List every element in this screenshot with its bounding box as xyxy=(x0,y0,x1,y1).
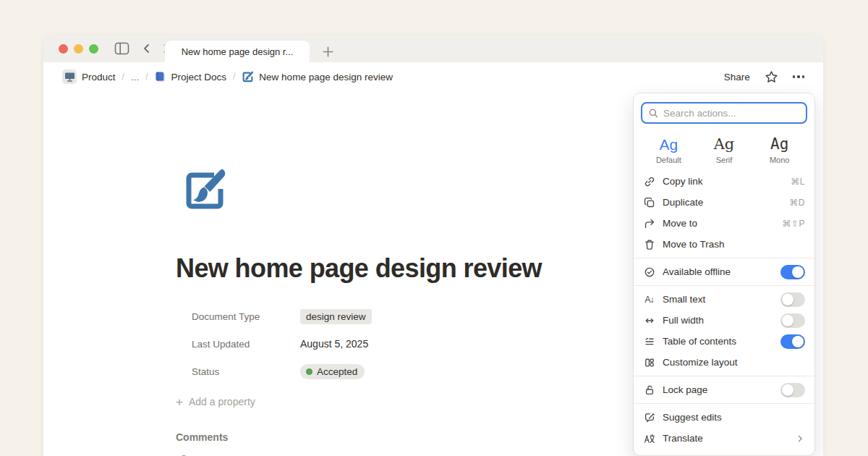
breadcrumb-separator: / xyxy=(233,72,235,82)
menu-item-duplicate[interactable]: Duplicate ⌘D xyxy=(634,192,814,213)
breadcrumb-item-current-page[interactable]: New home page design review xyxy=(242,71,393,83)
brush-square-icon xyxy=(242,71,254,83)
more-options-icon[interactable] xyxy=(793,75,804,77)
breadcrumb-label: New home page design review xyxy=(259,72,393,83)
font-option-default[interactable]: Ag Default xyxy=(641,135,697,164)
unlock-icon xyxy=(643,384,655,396)
menu-item-full-width[interactable]: Full width xyxy=(634,310,814,331)
menu-item-label: Lock page xyxy=(663,384,780,395)
menu-item-translate[interactable]: Translate xyxy=(634,428,814,449)
menu-item-label: Customize layout xyxy=(663,357,805,368)
menu-item-label: Table of contents xyxy=(663,336,780,347)
property-row-status[interactable]: Status Accepted xyxy=(176,358,610,385)
close-window-button[interactable] xyxy=(59,44,68,54)
page-brush-icon[interactable] xyxy=(182,168,228,214)
plus-icon: + xyxy=(176,396,183,408)
add-property-button[interactable]: + Add a property xyxy=(176,391,610,413)
add-property-label: Add a property xyxy=(189,396,255,408)
zoom-window-button[interactable] xyxy=(89,44,98,54)
active-tab[interactable]: New home page design r... xyxy=(165,41,310,62)
full-width-toggle[interactable] xyxy=(780,313,805,328)
menu-item-label: Available offline xyxy=(663,266,780,277)
menu-item-lock-page[interactable]: Lock page xyxy=(634,379,814,400)
minimize-window-button[interactable] xyxy=(74,44,83,54)
menu-item-copy-link[interactable]: Copy link ⌘L xyxy=(634,171,814,192)
full-width-arrows-icon xyxy=(643,314,655,326)
table-of-contents-toggle[interactable] xyxy=(780,334,805,349)
menu-item-shortcut: ⌘L xyxy=(791,177,805,187)
menu-item-label: Move to xyxy=(663,218,782,229)
property-tag[interactable]: design review xyxy=(300,309,372,324)
menu-item-label: Suggest edits xyxy=(663,412,805,423)
breadcrumb-item-project-docs[interactable]: Project Docs xyxy=(154,71,226,83)
property-label: Status xyxy=(192,366,300,377)
font-option-mono[interactable]: Ag Mono xyxy=(752,135,807,164)
property-value[interactable]: August 5, 2025 xyxy=(300,338,368,350)
font-label: Default xyxy=(641,156,697,164)
property-label: Document Type xyxy=(192,311,300,322)
favorite-star-icon[interactable] xyxy=(765,70,778,84)
menu-item-customize-layout[interactable]: Customize layout xyxy=(634,352,814,373)
menu-divider xyxy=(634,258,814,258)
toolbar-actions: Share xyxy=(724,70,804,84)
font-sample: Ag xyxy=(752,135,807,153)
search-actions-input[interactable] xyxy=(663,108,800,119)
property-row-document-type[interactable]: Document Type design review xyxy=(176,303,610,330)
page-title[interactable]: New home page design review xyxy=(176,253,610,284)
tab-bar: New home page design r... xyxy=(43,35,823,62)
menu-item-label: Duplicate xyxy=(663,197,789,208)
breadcrumb-item-product[interactable]: Product xyxy=(62,69,116,84)
small-text-toggle[interactable] xyxy=(780,292,805,307)
share-button[interactable]: Share xyxy=(724,72,750,83)
suggest-edits-icon xyxy=(643,411,655,423)
window-controls xyxy=(59,44,98,54)
property-row-last-updated[interactable]: Last Updated August 5, 2025 xyxy=(176,330,610,358)
menu-item-available-offline[interactable]: Available offline xyxy=(634,261,814,282)
menu-item-table-of-contents[interactable]: Table of contents xyxy=(634,331,814,352)
available-offline-toggle[interactable] xyxy=(780,265,805,279)
search-icon xyxy=(648,108,659,119)
menu-item-label: Copy link xyxy=(663,176,791,187)
back-icon[interactable] xyxy=(141,43,153,54)
menu-item-suggest-edits[interactable]: Suggest edits xyxy=(634,407,814,428)
table-of-contents-icon xyxy=(643,335,655,347)
trash-icon xyxy=(643,238,655,250)
property-label: Last Updated xyxy=(192,339,300,350)
check-circle-icon xyxy=(643,266,655,278)
menu-item-small-text[interactable]: A↓ Small text xyxy=(634,289,814,310)
lock-page-toggle[interactable] xyxy=(780,383,805,397)
document-body: New home page design review Document Typ… xyxy=(176,91,610,456)
breadcrumb-label: Project Docs xyxy=(171,72,226,83)
link-icon xyxy=(643,175,655,187)
status-badge[interactable]: Accepted xyxy=(300,364,365,379)
font-selector: Ag Default Ag Serif Ag Mono xyxy=(634,128,814,171)
menu-divider xyxy=(634,403,814,404)
duplicate-icon xyxy=(643,196,655,208)
menu-divider xyxy=(634,376,814,376)
breadcrumb-item-collapsed[interactable]: ... xyxy=(131,72,139,83)
page-actions-menu: Ag Default Ag Serif Ag Mono Copy link xyxy=(633,93,815,456)
status-label: Accepted xyxy=(317,366,357,377)
menu-item-label: Move to Trash xyxy=(663,239,805,250)
menu-item-shortcut: ⌘⇧P xyxy=(782,219,805,229)
menu-item-move-to-trash[interactable]: Move to Trash xyxy=(634,234,814,255)
font-sample: Ag xyxy=(641,135,697,153)
search-actions-box[interactable] xyxy=(641,102,807,124)
menu-item-label: Translate xyxy=(663,433,795,444)
breadcrumb-toolbar: Product / ... / Project Docs / xyxy=(43,62,823,91)
menu-item-label: Small text xyxy=(663,294,780,305)
font-option-serif[interactable]: Ag Serif xyxy=(697,135,752,164)
translate-icon xyxy=(643,432,655,444)
breadcrumb-separator: / xyxy=(145,72,148,82)
font-label: Mono xyxy=(752,156,807,164)
app-window: New home page design r... Product / ... … xyxy=(43,35,823,456)
font-sample: Ag xyxy=(697,135,752,153)
breadcrumb: Product / ... / Project Docs / xyxy=(62,69,393,84)
breadcrumb-label: Product xyxy=(82,72,116,83)
status-dot-icon xyxy=(306,368,312,375)
sidebar-toggle-icon[interactable] xyxy=(114,42,129,55)
menu-divider xyxy=(634,285,814,286)
menu-item-move-to[interactable]: Move to ⌘⇧P xyxy=(634,213,814,234)
book-icon xyxy=(154,71,166,83)
new-tab-button[interactable] xyxy=(317,41,339,62)
